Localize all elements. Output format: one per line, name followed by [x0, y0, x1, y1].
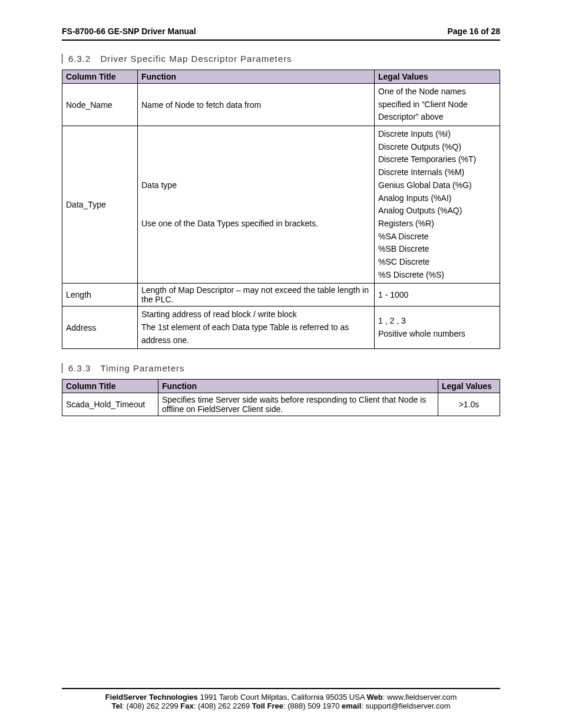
th-function: Function	[138, 70, 375, 84]
cell-function: Name of Node to fetch data from	[138, 84, 375, 126]
th-column-title: Column Title	[62, 380, 158, 393]
footer-line-2: Tel: (408) 262 2299 Fax: (408) 262 2269 …	[62, 701, 500, 710]
footer-fax-value: : (408) 262 2269	[194, 701, 252, 710]
section-number: 6.3.2	[68, 54, 91, 64]
section-heading-633: 6.3.3Timing Parameters	[62, 363, 500, 373]
table-timing-params: Column Title Function Legal Values Scada…	[62, 379, 500, 416]
section-title: Timing Parameters	[100, 363, 184, 373]
footer-fax-label: Fax	[180, 701, 193, 710]
cell-title: Node_Name	[62, 84, 138, 126]
header-title: FS-8700-66 GE-SNP Driver Manual	[62, 27, 196, 36]
cell-function: Length of Map Descriptor – may not excee…	[138, 284, 375, 307]
footer-address: 1991 Tarob Court Milpitas, California 95…	[198, 693, 367, 701]
table-header-row: Column Title Function Legal Values	[62, 380, 500, 393]
footer-email-label: email	[342, 701, 361, 710]
section-number: 6.3.3	[68, 363, 91, 373]
cell-legal: >1.0s	[438, 393, 500, 416]
table-row: Node_Name Name of Node to fetch data fro…	[62, 84, 500, 126]
cell-title: Data_Type	[62, 126, 138, 284]
cell-legal: One of the Node names specified in “Clie…	[375, 84, 500, 126]
cell-function: Data typeUse one of the Data Types speci…	[138, 126, 375, 284]
footer-web-label: Web	[367, 693, 383, 701]
footer-tollfree-label: Toll Free	[252, 701, 283, 710]
table-row: Address Starting address of read block /…	[62, 307, 500, 349]
th-legal-values: Legal Values	[438, 380, 500, 393]
page-header: FS-8700-66 GE-SNP Driver Manual Page 16 …	[62, 27, 500, 39]
page-footer: FieldServer Technologies 1991 Tarob Cour…	[62, 688, 500, 710]
footer-tel-value: : (408) 262 2299	[122, 701, 180, 710]
table-header-row: Column Title Function Legal Values	[62, 70, 500, 84]
document-page: FS-8700-66 GE-SNP Driver Manual Page 16 …	[0, 0, 562, 728]
cell-title: Address	[62, 307, 138, 349]
section-title: Driver Specific Map Descriptor Parameter…	[100, 54, 292, 64]
footer-tollfree-value: : (888) 509 1970	[283, 701, 342, 710]
cell-function: Starting address of read block / write b…	[138, 307, 375, 349]
section-heading-632: 6.3.2Driver Specific Map Descriptor Para…	[62, 54, 500, 64]
table-row: Data_Type Data typeUse one of the Data T…	[62, 126, 500, 284]
footer-line-1: FieldServer Technologies 1991 Tarob Cour…	[62, 693, 500, 701]
footer-rule	[62, 688, 500, 689]
cell-title: Scada_Hold_Timeout	[62, 393, 158, 416]
th-function: Function	[158, 380, 438, 393]
footer-email-value: : support@fieldserver.com	[361, 701, 450, 710]
cell-legal: Discrete Inputs (%I)Discrete Outputs (%Q…	[375, 126, 500, 284]
th-column-title: Column Title	[62, 70, 138, 84]
cell-legal: 1 , 2 , 3Positive whole numbers	[375, 307, 500, 349]
cell-legal: 1 - 1000	[375, 284, 500, 307]
header-page-number: Page 16 of 28	[448, 27, 501, 36]
table-row: Length Length of Map Descriptor – may no…	[62, 284, 500, 307]
cell-function: Specifies time Server side waits before …	[158, 393, 438, 416]
th-legal-values: Legal Values	[375, 70, 500, 84]
table-row: Scada_Hold_Timeout Specifies time Server…	[62, 393, 500, 416]
header-rule	[62, 39, 500, 41]
table-map-descriptor-params: Column Title Function Legal Values Node_…	[62, 70, 500, 349]
footer-web-value: : www.fieldserver.com	[383, 693, 457, 701]
footer-tel-label: Tel	[112, 701, 123, 710]
cell-title: Length	[62, 284, 138, 307]
footer-company: FieldServer Technologies	[105, 693, 198, 701]
